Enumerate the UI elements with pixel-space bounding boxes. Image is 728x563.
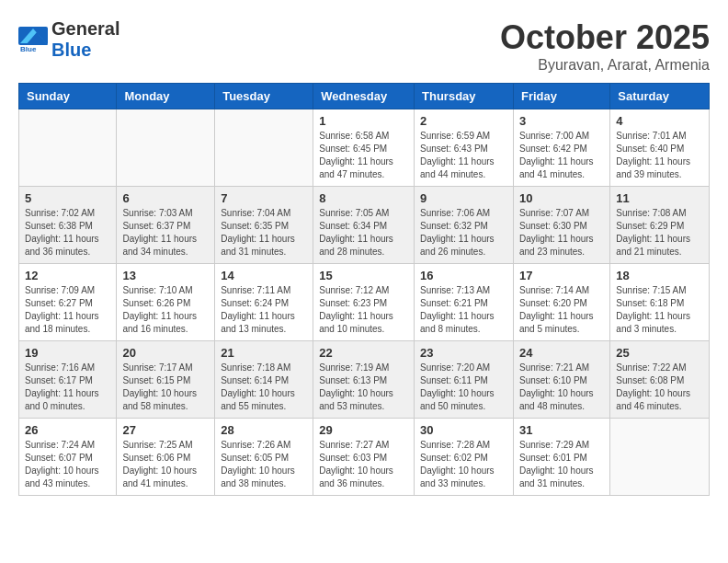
weekday-header-thursday: Thursday <box>415 84 514 109</box>
calendar-cell: 8Sunrise: 7:05 AM Sunset: 6:34 PM Daylig… <box>313 187 415 264</box>
calendar-table: SundayMondayTuesdayWednesdayThursdayFrid… <box>18 83 710 496</box>
location-subtitle: Byuravan, Ararat, Armenia <box>500 57 710 74</box>
calendar-cell: 4Sunrise: 7:01 AM Sunset: 6:40 PM Daylig… <box>610 109 710 187</box>
calendar-cell: 15Sunrise: 7:12 AM Sunset: 6:23 PM Dayli… <box>313 264 415 341</box>
day-info: Sunrise: 7:02 AM Sunset: 6:38 PM Dayligh… <box>25 207 110 259</box>
day-number: 29 <box>319 423 408 437</box>
calendar-cell: 7Sunrise: 7:04 AM Sunset: 6:35 PM Daylig… <box>215 187 313 264</box>
calendar-cell: 12Sunrise: 7:09 AM Sunset: 6:27 PM Dayli… <box>19 264 117 341</box>
day-info: Sunrise: 7:12 AM Sunset: 6:23 PM Dayligh… <box>319 284 408 336</box>
day-number: 24 <box>519 346 604 360</box>
day-info: Sunrise: 7:27 AM Sunset: 6:03 PM Dayligh… <box>319 439 408 490</box>
weekday-header-tuesday: Tuesday <box>215 84 313 109</box>
weekday-header-sunday: Sunday <box>19 84 117 109</box>
weekday-header-monday: Monday <box>117 84 215 109</box>
day-info: Sunrise: 7:01 AM Sunset: 6:40 PM Dayligh… <box>616 130 703 181</box>
logo-blue-text: Blue <box>51 40 91 60</box>
title-section: October 2025 Byuravan, Ararat, Armenia <box>500 18 710 74</box>
calendar-cell: 22Sunrise: 7:19 AM Sunset: 6:13 PM Dayli… <box>313 341 415 419</box>
day-number: 22 <box>319 346 408 360</box>
month-year-title: October 2025 <box>500 18 710 57</box>
logo: Blue General Blue <box>18 18 119 61</box>
weekday-header-row: SundayMondayTuesdayWednesdayThursdayFrid… <box>19 84 710 109</box>
calendar-week-row: 1Sunrise: 6:58 AM Sunset: 6:45 PM Daylig… <box>19 109 710 187</box>
day-info: Sunrise: 7:04 AM Sunset: 6:35 PM Dayligh… <box>221 207 307 259</box>
day-info: Sunrise: 6:58 AM Sunset: 6:45 PM Dayligh… <box>319 130 408 181</box>
day-info: Sunrise: 7:19 AM Sunset: 6:13 PM Dayligh… <box>319 362 408 413</box>
day-number: 15 <box>319 269 408 282</box>
calendar-cell: 17Sunrise: 7:14 AM Sunset: 6:20 PM Dayli… <box>513 264 609 341</box>
calendar-week-row: 5Sunrise: 7:02 AM Sunset: 6:38 PM Daylig… <box>19 187 710 264</box>
calendar-cell <box>610 419 710 496</box>
calendar-cell: 25Sunrise: 7:22 AM Sunset: 6:08 PM Dayli… <box>610 341 710 419</box>
calendar-cell: 29Sunrise: 7:27 AM Sunset: 6:03 PM Dayli… <box>313 419 415 496</box>
calendar-cell: 6Sunrise: 7:03 AM Sunset: 6:37 PM Daylig… <box>117 187 215 264</box>
day-number: 18 <box>616 269 703 282</box>
calendar-cell: 26Sunrise: 7:24 AM Sunset: 6:07 PM Dayli… <box>19 419 117 496</box>
day-info: Sunrise: 7:25 AM Sunset: 6:06 PM Dayligh… <box>122 439 209 490</box>
day-number: 19 <box>25 346 110 360</box>
weekday-header-wednesday: Wednesday <box>313 84 415 109</box>
day-number: 13 <box>122 269 209 282</box>
day-number: 1 <box>319 114 408 128</box>
day-info: Sunrise: 7:11 AM Sunset: 6:24 PM Dayligh… <box>221 284 307 336</box>
page-header: Blue General Blue October 2025 Byuravan,… <box>18 18 710 74</box>
day-info: Sunrise: 7:05 AM Sunset: 6:34 PM Dayligh… <box>319 207 408 259</box>
day-number: 14 <box>221 269 307 282</box>
day-info: Sunrise: 7:16 AM Sunset: 6:17 PM Dayligh… <box>25 362 110 413</box>
day-info: Sunrise: 7:14 AM Sunset: 6:20 PM Dayligh… <box>519 284 604 336</box>
calendar-cell <box>117 109 215 187</box>
calendar-week-row: 12Sunrise: 7:09 AM Sunset: 6:27 PM Dayli… <box>19 264 710 341</box>
calendar-week-row: 26Sunrise: 7:24 AM Sunset: 6:07 PM Dayli… <box>19 419 710 496</box>
day-number: 2 <box>420 114 507 128</box>
calendar-cell: 11Sunrise: 7:08 AM Sunset: 6:29 PM Dayli… <box>610 187 710 264</box>
calendar-cell: 28Sunrise: 7:26 AM Sunset: 6:05 PM Dayli… <box>215 419 313 496</box>
day-info: Sunrise: 7:00 AM Sunset: 6:42 PM Dayligh… <box>519 130 604 181</box>
day-number: 31 <box>519 423 604 437</box>
calendar-cell: 20Sunrise: 7:17 AM Sunset: 6:15 PM Dayli… <box>117 341 215 419</box>
day-info: Sunrise: 7:08 AM Sunset: 6:29 PM Dayligh… <box>616 207 703 259</box>
calendar-cell: 18Sunrise: 7:15 AM Sunset: 6:18 PM Dayli… <box>610 264 710 341</box>
calendar-cell: 21Sunrise: 7:18 AM Sunset: 6:14 PM Dayli… <box>215 341 313 419</box>
calendar-cell: 16Sunrise: 7:13 AM Sunset: 6:21 PM Dayli… <box>415 264 514 341</box>
day-number: 12 <box>25 269 110 282</box>
calendar-cell: 3Sunrise: 7:00 AM Sunset: 6:42 PM Daylig… <box>513 109 609 187</box>
day-number: 17 <box>519 269 604 282</box>
calendar-cell: 5Sunrise: 7:02 AM Sunset: 6:38 PM Daylig… <box>19 187 117 264</box>
calendar-cell <box>19 109 117 187</box>
logo-general-text: General <box>51 18 119 39</box>
day-info: Sunrise: 7:09 AM Sunset: 6:27 PM Dayligh… <box>25 284 110 336</box>
day-info: Sunrise: 7:06 AM Sunset: 6:32 PM Dayligh… <box>420 207 507 259</box>
day-number: 4 <box>616 114 703 128</box>
day-info: Sunrise: 7:24 AM Sunset: 6:07 PM Dayligh… <box>25 439 110 490</box>
day-number: 10 <box>519 191 604 205</box>
calendar-cell: 23Sunrise: 7:20 AM Sunset: 6:11 PM Dayli… <box>415 341 514 419</box>
day-number: 20 <box>122 346 209 360</box>
day-number: 21 <box>221 346 307 360</box>
weekday-header-saturday: Saturday <box>610 84 710 109</box>
day-info: Sunrise: 7:21 AM Sunset: 6:10 PM Dayligh… <box>519 362 604 413</box>
day-number: 30 <box>420 423 507 437</box>
calendar-cell: 2Sunrise: 6:59 AM Sunset: 6:43 PM Daylig… <box>415 109 514 187</box>
day-info: Sunrise: 7:26 AM Sunset: 6:05 PM Dayligh… <box>221 439 307 490</box>
calendar-cell: 10Sunrise: 7:07 AM Sunset: 6:30 PM Dayli… <box>513 187 609 264</box>
day-number: 16 <box>420 269 507 282</box>
weekday-header-friday: Friday <box>513 84 609 109</box>
day-number: 23 <box>420 346 507 360</box>
calendar-cell: 13Sunrise: 7:10 AM Sunset: 6:26 PM Dayli… <box>117 264 215 341</box>
day-number: 7 <box>221 191 307 205</box>
svg-text:Blue: Blue <box>20 45 37 52</box>
calendar-cell: 19Sunrise: 7:16 AM Sunset: 6:17 PM Dayli… <box>19 341 117 419</box>
day-number: 25 <box>616 346 703 360</box>
day-info: Sunrise: 7:13 AM Sunset: 6:21 PM Dayligh… <box>420 284 507 336</box>
day-number: 5 <box>25 191 110 205</box>
calendar-week-row: 19Sunrise: 7:16 AM Sunset: 6:17 PM Dayli… <box>19 341 710 419</box>
calendar-cell: 30Sunrise: 7:28 AM Sunset: 6:02 PM Dayli… <box>415 419 514 496</box>
day-info: Sunrise: 7:15 AM Sunset: 6:18 PM Dayligh… <box>616 284 703 336</box>
calendar-cell: 14Sunrise: 7:11 AM Sunset: 6:24 PM Dayli… <box>215 264 313 341</box>
day-info: Sunrise: 7:17 AM Sunset: 6:15 PM Dayligh… <box>122 362 209 413</box>
day-info: Sunrise: 7:18 AM Sunset: 6:14 PM Dayligh… <box>221 362 307 413</box>
day-info: Sunrise: 7:20 AM Sunset: 6:11 PM Dayligh… <box>420 362 507 413</box>
day-info: Sunrise: 7:07 AM Sunset: 6:30 PM Dayligh… <box>519 207 604 259</box>
calendar-cell: 24Sunrise: 7:21 AM Sunset: 6:10 PM Dayli… <box>513 341 609 419</box>
